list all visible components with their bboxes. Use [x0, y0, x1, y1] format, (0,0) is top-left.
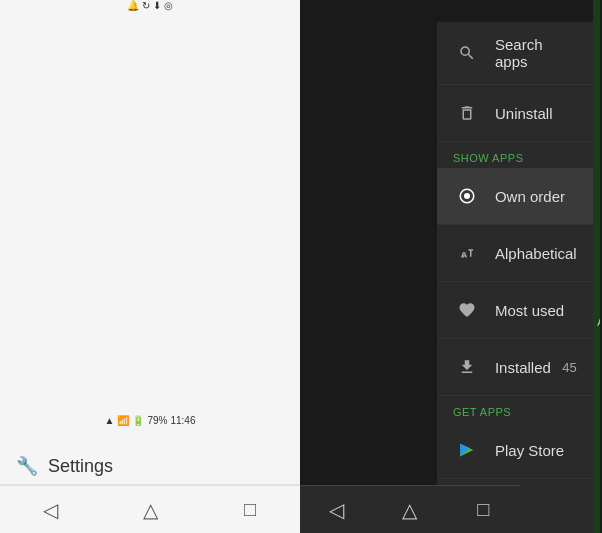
left-status-bar: 🔔 ↻ ⬇ ◎ ▲ 📶 🔋 79% 11:46: [0, 0, 300, 426]
settings-icon: 🔧: [16, 455, 38, 477]
notification-icon: 🔔: [127, 0, 139, 11]
alphabetical-icon: [453, 239, 481, 267]
left-status-time: 11:46: [170, 415, 195, 426]
uninstall-icon: [453, 99, 481, 127]
left-status-left-icons: 🔔 ↻ ⬇ ◎: [127, 0, 173, 11]
own-order-item[interactable]: Own order: [437, 168, 593, 225]
left-status-right-icons: ▲ 📶 🔋 79% 11:46: [105, 415, 196, 426]
svg-point-9: [464, 193, 470, 199]
settings-header: 🔧 Settings: [0, 448, 300, 485]
back-button[interactable]: ◁: [30, 490, 70, 530]
get-apps-section-label: GET APPS: [437, 396, 593, 422]
download-icon: ⬇: [153, 0, 161, 11]
left-panel: 🔔 ↻ ⬇ ◎ ▲ 📶 🔋 79% 11:46 🔧 Settings WIREL…: [0, 0, 300, 533]
own-order-icon: [453, 182, 481, 210]
search-apps-label: Search apps: [495, 36, 577, 70]
play-store-icon: [453, 436, 481, 464]
most-used-icon: [453, 296, 481, 324]
sync-icon: ↻: [142, 0, 150, 11]
most-used-label: Most used: [495, 302, 564, 319]
installed-item[interactable]: Installed 45: [437, 339, 593, 396]
uninstall-item[interactable]: Uninstall: [437, 85, 593, 142]
home-button[interactable]: △: [130, 490, 170, 530]
alphabetical-item[interactable]: Alphabetical: [437, 225, 593, 282]
search-apps-item[interactable]: Search apps: [437, 22, 593, 85]
right-recents-button[interactable]: □: [463, 490, 503, 530]
search-icon: [453, 39, 481, 67]
own-order-label: Own order: [495, 188, 565, 205]
recents-button[interactable]: □: [230, 490, 270, 530]
right-home-button[interactable]: △: [390, 490, 430, 530]
show-apps-section-label: SHOW APPS: [437, 142, 593, 168]
signal-icon: 📶: [117, 415, 129, 426]
right-bottom-nav: ◁ △ □: [300, 485, 520, 533]
left-bottom-nav: ◁ △ □: [0, 485, 300, 533]
left-status-battery-text: 79%: [147, 415, 167, 426]
alphabetical-label: Alphabetical: [495, 245, 577, 262]
right-panel: ☎ ↻ ⬇ ▲ 📶 🔋 79% 11:46 Search apps Uninst…: [300, 0, 602, 533]
most-used-item[interactable]: Most used: [437, 282, 593, 339]
wifi-signal-icon: ▲: [105, 415, 115, 426]
settings-title: Settings: [48, 456, 113, 477]
play-store-label: Play Store: [495, 442, 564, 459]
location-icon: ◎: [164, 0, 173, 11]
battery-icon: 🔋: [132, 415, 144, 426]
dropdown-menu: Search apps Uninstall SHOW APPS Own orde…: [437, 22, 593, 533]
installed-badge: 45: [562, 360, 576, 375]
installed-icon: [453, 353, 481, 381]
installed-label: Installed: [495, 359, 551, 376]
uninstall-label: Uninstall: [495, 105, 553, 122]
right-back-button[interactable]: ◁: [317, 490, 357, 530]
play-store-item[interactable]: Play Store: [437, 422, 593, 479]
